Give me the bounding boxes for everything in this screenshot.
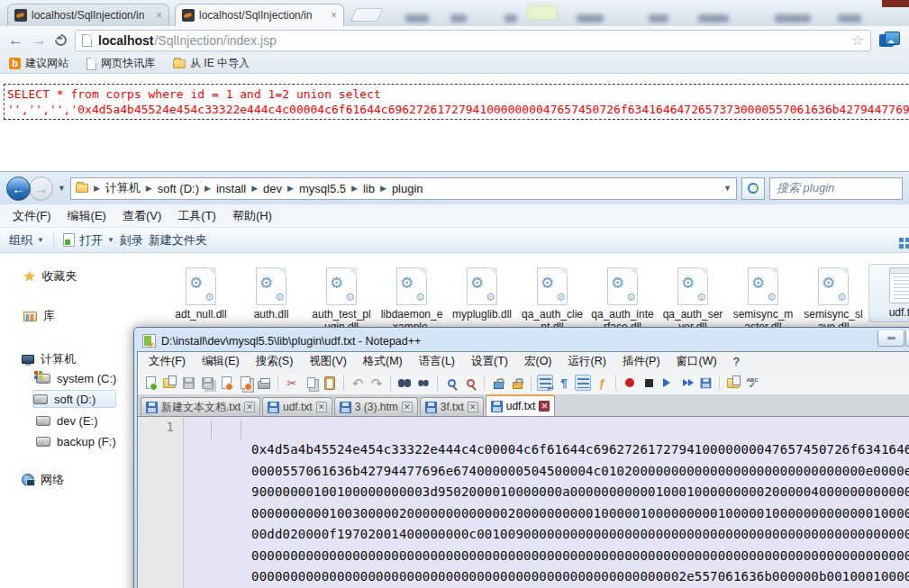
menu-format[interactable]: 格式(M)	[356, 352, 410, 371]
file-qa-auth-interface-dll[interactable]: ⚙⚙ qa_auth_interface.dll	[587, 264, 658, 337]
file-libdaemon-example[interactable]: ⚙⚙ libdaemon_example.	[377, 264, 447, 337]
tab-close-icon[interactable]: ×	[331, 11, 337, 20]
notepadpp-title-bar[interactable]: D:\install\dev\mysql5.5\lib\plugin\udf.t…	[137, 330, 909, 351]
sync-horizontal-icon[interactable]	[509, 375, 525, 391]
doc-tab-3-3-htm[interactable]: 3 (3).htm ✕	[334, 397, 418, 416]
extension-icon[interactable]	[879, 32, 901, 50]
function-list-icon[interactable]: ƒ	[594, 375, 610, 391]
print-icon[interactable]	[256, 375, 272, 391]
sidebar-item-drive-d-selected[interactable]: soft (D:)	[32, 390, 116, 408]
file-udf-txt-selected[interactable]: udf.txt	[868, 264, 909, 322]
bookmark-ie-import-folder[interactable]: 从 IE 中导入	[173, 56, 250, 71]
sidebar-item-network[interactable]: 网络	[22, 471, 64, 489]
tab-close-icon[interactable]: ✕	[402, 402, 413, 412]
tab-close-icon[interactable]: ✕	[468, 402, 478, 412]
refresh-button[interactable]	[741, 177, 765, 200]
zoom-in-icon[interactable]	[443, 375, 459, 391]
close-doc-icon[interactable]	[218, 375, 234, 391]
sidebar-item-libraries[interactable]: 库	[23, 307, 55, 325]
doc-tab-udf-1[interactable]: udf.txt ✕	[262, 397, 332, 416]
replace-icon[interactable]	[415, 375, 432, 391]
stop-macro-icon[interactable]	[641, 375, 657, 391]
breadcrumb-install[interactable]: install	[216, 182, 246, 195]
spell-check-icon[interactable]: ABC✓	[744, 375, 760, 391]
tab-close-icon[interactable]: ✕	[539, 401, 550, 412]
address-dropdown-icon[interactable]: ▼	[723, 184, 732, 193]
bookmark-suggested-sites[interactable]: b 建议网站	[9, 56, 68, 71]
menu-tools[interactable]: 工具(T)	[170, 206, 223, 226]
word-wrap-icon[interactable]	[537, 375, 553, 391]
editor-area[interactable]: 1 0x4d5a4b45524e454c33322e444c4c00004c6f…	[138, 417, 909, 588]
undo-icon[interactable]: ↶	[350, 375, 366, 391]
breadcrumb-mysql[interactable]: mysql5.5	[299, 182, 346, 195]
organize-button[interactable]: 组织▼	[9, 232, 44, 249]
doc-tab-new-text[interactable]: 新建文本文档.txt ✕	[141, 397, 260, 416]
play-macro-icon[interactable]	[659, 375, 676, 391]
breadcrumb-plugin[interactable]: plugin	[392, 182, 423, 195]
sidebar-item-drive-e[interactable]: dev (E:)	[36, 412, 98, 430]
breadcrumb-computer[interactable]: 计算机	[105, 180, 141, 196]
forward-icon[interactable]: →	[32, 32, 47, 48]
sidebar-item-drive-c[interactable]: system (C:)	[36, 369, 116, 387]
file-semisync-master-dll[interactable]: ⚙⚙ semisync_master.dll	[728, 264, 798, 337]
menu-macro[interactable]: 宏(O)	[517, 352, 559, 371]
nav-history-dropdown-icon[interactable]: ▼	[58, 184, 66, 193]
change-view-button[interactable]	[899, 238, 904, 242]
tab-close-icon[interactable]: ✕	[244, 402, 255, 412]
save-all-icon[interactable]	[199, 375, 215, 391]
new-tab-button[interactable]	[350, 8, 384, 22]
show-all-chars-icon[interactable]: ¶	[556, 375, 572, 391]
zoom-out-icon[interactable]	[462, 375, 478, 391]
menu-view[interactable]: 查看(V)	[115, 206, 168, 226]
menu-help[interactable]: 帮助(H)	[225, 206, 279, 226]
menu-run[interactable]: 运行(R)	[561, 352, 614, 371]
tab-close-icon[interactable]: ✕	[316, 402, 327, 412]
breadcrumb-dev[interactable]: dev	[263, 182, 282, 195]
address-bar[interactable]: localhost /SqlInjection/index.jsp ☆	[75, 30, 871, 51]
file-adt-null-dll[interactable]: ⚙⚙ adt_null.dll	[166, 264, 236, 324]
breadcrumb-lib[interactable]: lib	[363, 182, 375, 195]
menu-file[interactable]: 文件(F)	[5, 206, 59, 226]
browser-tab-2-active[interactable]: localhost/SqlInjection/in ×	[175, 4, 344, 26]
menu-file[interactable]: 文件(F)	[141, 352, 193, 371]
breadcrumb-soft-d[interactable]: soft (D:)	[158, 182, 199, 195]
bookmark-web-slices[interactable]: 网页快讯库	[86, 56, 155, 71]
menu-help[interactable]: ?	[726, 354, 747, 370]
new-file-icon[interactable]	[142, 375, 159, 391]
sidebar-item-computer[interactable]: 计算机	[22, 350, 76, 368]
file-mypluglib-dll[interactable]: ⚙⚙ mypluglib.dll	[447, 264, 517, 324]
menu-settings[interactable]: 设置(T)	[464, 352, 515, 371]
menu-edit[interactable]: 编辑(E)	[195, 352, 247, 371]
burn-button[interactable]: 刻录	[120, 232, 143, 249]
menu-window[interactable]: 窗口(W)	[669, 352, 724, 371]
menu-view[interactable]: 视图(V)	[302, 352, 354, 371]
paste-icon[interactable]	[322, 375, 338, 391]
editor-text[interactable]: 0x4d5a4b45524e454c33322e444c4c00004c6f61…	[184, 417, 909, 588]
breadcrumb[interactable]: ▶ 计算机 ▶ soft (D:) ▶ install ▶ dev ▶ mysq…	[70, 177, 737, 200]
file-qa-auth-client-dll[interactable]: ⚙⚙ qa_auth_client.dll	[517, 264, 587, 337]
search-input[interactable]: 搜索 plugin	[769, 177, 903, 200]
menu-search[interactable]: 搜索(S)	[249, 352, 301, 371]
file-qa-auth-server-dll[interactable]: ⚙⚙ qa_auth_server.dll	[658, 264, 728, 337]
save-macro-icon[interactable]	[697, 375, 714, 391]
tab-close-icon[interactable]: ×	[156, 11, 162, 20]
save-icon[interactable]	[180, 375, 196, 391]
open-button[interactable]: 打开▼	[63, 232, 114, 249]
file-semisync-slave-dll[interactable]: ⚙⚙ semisync_slave.dll	[798, 264, 868, 337]
redo-icon[interactable]: ↷	[368, 375, 385, 391]
file-auth-dll[interactable]: ⚙⚙ auth.dll	[236, 264, 306, 324]
record-macro-icon[interactable]	[622, 375, 638, 391]
sync-vertical-icon[interactable]	[490, 375, 506, 391]
doc-tab-udf-active[interactable]: udf.txt ✕	[486, 394, 556, 416]
play-macro-multi-icon[interactable]	[678, 375, 695, 391]
find-icon[interactable]	[396, 375, 413, 391]
close-all-docs-icon[interactable]	[237, 375, 253, 391]
menu-edit[interactable]: 编辑(E)	[60, 206, 114, 226]
menu-plugins[interactable]: 插件(P)	[615, 352, 668, 371]
doc-switcher-icon[interactable]	[725, 375, 741, 391]
indent-guide-icon[interactable]	[575, 375, 591, 391]
browser-tab-1[interactable]: localhost/SqlInjection/in ×	[7, 4, 169, 26]
new-folder-button[interactable]: 新建文件夹	[149, 232, 207, 249]
explorer-back-button[interactable]: ←	[6, 176, 31, 201]
open-file-icon[interactable]	[161, 375, 177, 391]
